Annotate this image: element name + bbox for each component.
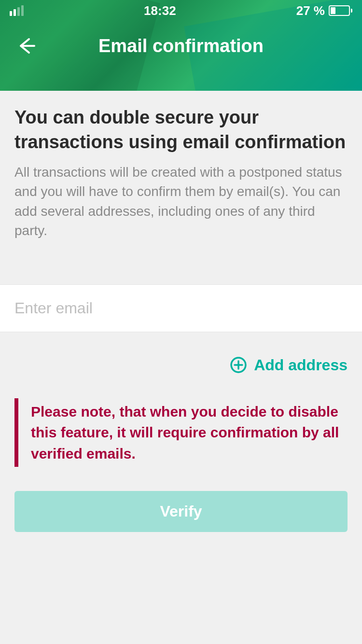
email-field[interactable] (14, 299, 348, 317)
add-address-label: Add address (254, 356, 348, 374)
back-button[interactable] (14, 34, 39, 58)
status-signal (10, 5, 24, 16)
battery-icon (329, 5, 352, 16)
content-heading: You can double secure your transactions … (14, 105, 348, 155)
arrow-left-icon (17, 36, 36, 56)
add-address-button[interactable]: Add address (0, 332, 362, 389)
plus-circle-icon (230, 356, 247, 374)
app-header: 18:32 27 % Email confirmation (0, 0, 362, 91)
status-battery-group: 27 % (296, 3, 352, 18)
status-time: 18:32 (144, 3, 176, 18)
page-title: Email confirmation (39, 36, 323, 56)
content-section: You can double secure your transactions … (0, 91, 362, 255)
warning-note-text: Please note, that when you decide to dis… (31, 401, 348, 464)
content-description: All transactions will be created with a … (14, 163, 348, 241)
signal-bars-icon (10, 5, 24, 16)
status-bar: 18:32 27 % (0, 0, 362, 21)
email-input-container (0, 284, 362, 332)
warning-note: Please note, that when you decide to dis… (14, 398, 348, 467)
verify-button[interactable]: Verify (14, 491, 348, 532)
battery-percent: 27 % (296, 3, 325, 18)
